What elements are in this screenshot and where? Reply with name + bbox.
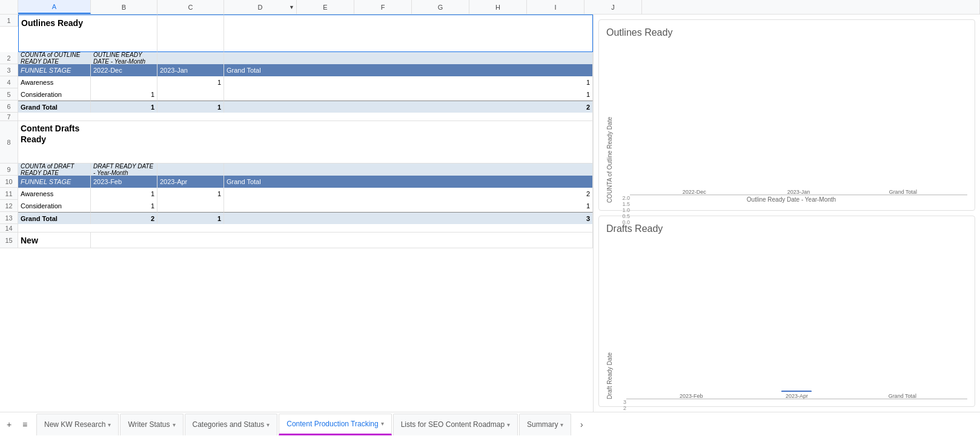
pivot1-row2-v2	[157, 88, 224, 101]
chart2-area: Draft Ready Date 3 2 1	[606, 239, 967, 399]
pivot2-row1-label: Awareness	[18, 188, 91, 200]
chart2-ytick-3: 1	[615, 411, 626, 412]
pivot1-row1-v2: 1	[157, 76, 224, 88]
tab-categories[interactable]: Categories and Status ▾	[185, 414, 278, 435]
chart1-ytick-4: 0.5	[615, 213, 630, 219]
pivot1-total-v1: 1	[91, 101, 157, 113]
pivot2-label-row: 9 COUNTA of DRAFT READY DATE DRAFT READY…	[0, 164, 593, 176]
row-num-15: 15	[0, 233, 18, 248]
chart2-title: Drafts Ready	[606, 223, 967, 234]
chart2-y-label: Draft Ready Date	[606, 352, 613, 399]
row-num-14: 14	[0, 224, 18, 233]
tab-seo-roadmap-dropdown[interactable]: ▾	[507, 421, 510, 428]
row-num-12: 12	[0, 200, 18, 212]
chart1-ytick-1: 2.0	[615, 195, 630, 201]
pivot1-total-v2: 1	[157, 101, 224, 113]
tab-content-tracking[interactable]: Content Production Tracking ▾	[279, 414, 391, 435]
col-header-rest	[642, 0, 980, 14]
tab-categories-dropdown[interactable]: ▾	[267, 421, 270, 428]
tab-new-kw-research[interactable]: New KW Research ▾	[36, 414, 119, 435]
pivot2-total-v1: 2	[91, 212, 157, 224]
cell-new-title: New	[18, 233, 91, 248]
chart2-bar-2-rect	[781, 391, 812, 392]
col-header-h[interactable]: H	[469, 0, 527, 14]
tab-content-tracking-dropdown[interactable]: ▾	[381, 420, 384, 427]
tab-writer-status-label: Writer Status	[128, 420, 170, 429]
chart1-ytick-3: 1.0	[615, 207, 630, 213]
pivot2-row1-v2: 1	[157, 188, 224, 200]
tab-writer-status-dropdown[interactable]: ▾	[173, 421, 176, 428]
pivot1-row-label: COUNTA of OUTLINE READY DATE	[18, 52, 91, 64]
sheets-menu-button[interactable]: ≡	[18, 418, 31, 431]
row-num-5: 5	[0, 88, 18, 101]
chart1-title: Outlines Ready	[606, 27, 967, 38]
cell-drafts-title[interactable]: Content Drafts Ready	[18, 121, 91, 164]
pivot2-empty1	[157, 164, 224, 176]
chart1-bar-2: 2023-Jan	[783, 188, 813, 195]
tab-summary-dropdown[interactable]: ▾	[560, 421, 563, 428]
pivot1-row2-label: Consideration	[18, 88, 91, 101]
cell-outlines-title[interactable]: Outlines Ready	[18, 15, 91, 52]
chart1-y-label: COUNTA of Outline Ready Date	[606, 117, 613, 203]
chart1-x-label: Outline Ready Date - Year-Month	[615, 196, 967, 203]
tab-writer-status[interactable]: Writer Status ▾	[120, 414, 183, 435]
title-row-new: 15 New	[0, 233, 593, 248]
chart1-bar-3-label: Grand Total	[889, 189, 917, 195]
chart2-ytick-2: 2	[615, 405, 626, 411]
tab-scroll-right-button[interactable]: ›	[575, 418, 588, 431]
row-num-1: 1	[0, 15, 18, 27]
chart2-bar-3-label: Grand Total	[889, 393, 916, 399]
col-header-f[interactable]: F	[354, 0, 412, 14]
pivot2-funnel-label: FUNNEL STAGE	[18, 176, 91, 188]
pivot1-row1-v1	[91, 76, 157, 88]
pivot2-col-label: DRAFT READY DATE - Year-Month	[91, 164, 157, 176]
tab-seo-roadmap-label: Lists for SEO Content Roadmap	[401, 420, 505, 429]
col-header-a[interactable]: A	[18, 0, 91, 14]
add-sheet-button[interactable]: +	[2, 418, 16, 431]
pivot1-header: 3 FUNNEL STAGE 2022-Dec 2023-Jan Grand T…	[0, 64, 593, 76]
col-header-e[interactable]: E	[297, 0, 354, 14]
charts-panel: Outlines Ready COUNTA of Outline Ready D…	[594, 15, 980, 412]
chart1-bar-2-label: 2023-Jan	[787, 189, 810, 195]
row-num-6: 6	[0, 101, 18, 113]
pivot1-col1-header: 2022-Dec	[91, 64, 157, 76]
pivot1-funnel-label: FUNNEL STAGE	[18, 64, 91, 76]
pivot1-total-label: Grand Total	[18, 101, 91, 113]
chart2-grid-3	[626, 399, 967, 400]
chart2-bar-3: Grand Total	[887, 392, 918, 399]
pivot2-row2-total: 1	[224, 200, 593, 212]
tab-controls: + ≡	[2, 418, 31, 431]
col-header-c[interactable]: C	[157, 0, 224, 14]
col-header-d[interactable]: D ▼	[224, 0, 297, 14]
chart1-ytick-5: 0.0	[615, 219, 630, 225]
tab-new-kw-label: New KW Research	[44, 420, 105, 429]
col-header-j[interactable]: J	[584, 0, 642, 14]
row-num-header	[0, 0, 18, 14]
pivot2-col2-header: 2023-Apr	[157, 176, 224, 188]
tab-new-kw-dropdown[interactable]: ▾	[108, 421, 111, 428]
tab-categories-label: Categories and Status	[193, 420, 265, 429]
spacer-row-1: 7	[0, 113, 593, 121]
pivot1-empty2	[224, 52, 593, 64]
title-row-outlines: 1 Outlines Ready	[0, 15, 593, 52]
col-header-i[interactable]: I	[527, 0, 584, 14]
pivot1-col-label: OUTLINE READY DATE - Year-Month	[91, 52, 157, 64]
spreadsheet-left: 1 Outlines Ready 2 COUNTA of OUTLINE REA…	[0, 15, 594, 412]
row-num-3: 3	[0, 64, 18, 76]
row-num-11: 11	[0, 188, 18, 200]
pivot2-row2-v1: 1	[91, 200, 157, 212]
pivot2-data-row-1: 11 Awareness 1 1 2	[0, 188, 593, 200]
tab-summary-label: Summary	[527, 420, 558, 429]
col-header-b[interactable]: B	[91, 0, 157, 14]
pivot2-total-val: 3	[224, 212, 593, 224]
col-header-g[interactable]: G	[412, 0, 469, 14]
tab-seo-roadmap[interactable]: Lists for SEO Content Roadmap ▾	[393, 414, 518, 435]
cell-d1	[224, 15, 593, 52]
chart-outlines-ready: Outlines Ready COUNTA of Outline Ready D…	[598, 19, 975, 211]
column-headers: A B C D ▼ E F G H I J	[0, 0, 980, 15]
tab-summary[interactable]: Summary ▾	[519, 414, 571, 435]
pivot2-total-v2: 1	[157, 212, 224, 224]
pivot2-empty2	[224, 164, 593, 176]
chart-drafts-ready: Drafts Ready Draft Ready Date 3 2 1	[598, 216, 975, 407]
pivot2-data-row-2: 12 Consideration 1 1	[0, 200, 593, 212]
